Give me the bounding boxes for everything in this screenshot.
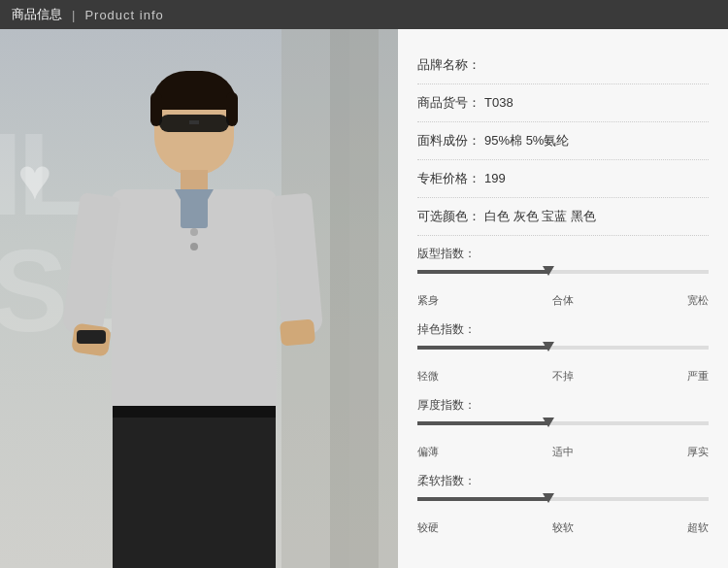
bar-labels-0: 紧身合体宽松 [417,293,709,308]
bar-labels-3: 较硬较软超软 [417,520,709,535]
bar-container-2 [417,418,709,439]
index-row-2: 厚度指数：偏薄适中厚实 [417,397,709,459]
bar-container-1 [417,342,709,363]
bar-labels-2: 偏薄适中厚实 [417,445,709,459]
bar-label-2-1: 适中 [552,445,574,459]
sku-row: 商品货号： T038 [417,84,709,122]
page-header: 商品信息 | Product info [0,0,728,29]
sku-value: T038 [484,95,513,110]
header-cn-label: 商品信息 [12,6,62,23]
colors-label: 可选颜色： [417,208,480,225]
bar-labels-1: 轻微不掉严重 [417,369,709,384]
bar-container-0 [417,266,709,287]
model-figure [0,29,398,568]
header-separator: | [72,8,75,22]
bar-label-3-1: 较软 [552,520,574,535]
price-row: 专柜价格： 199 [417,160,709,198]
bar-fill-2 [417,421,548,425]
bar-label-0-1: 合体 [552,293,574,308]
bar-label-0-0: 紧身 [417,293,439,308]
bar-label-1-0: 轻微 [417,369,439,384]
bar-label-2-2: 厚实 [687,445,709,459]
bar-fill-1 [417,346,548,350]
bar-fill-3 [417,497,548,501]
bar-container-3 [417,493,709,515]
product-image-area: IL SO ♥ [0,29,398,568]
brand-row: 品牌名称： [417,47,709,84]
bar-label-3-0: 较硬 [417,520,439,535]
bar-marker-2 [543,418,554,427]
bar-fill-0 [417,270,548,274]
index-label-3: 柔软指数： [417,473,709,489]
bar-marker-3 [543,493,554,503]
bar-label-3-2: 超软 [687,520,709,535]
bar-label-0-2: 宽松 [687,293,709,308]
bar-marker-0 [543,266,554,276]
index-label-1: 掉色指数： [417,321,709,338]
bar-label-1-2: 严重 [687,369,709,384]
info-panel: 品牌名称： 商品货号： T038 面料成份： 95%棉 5%氨纶 专柜价格： 1… [398,29,728,568]
sku-label: 商品货号： [417,94,480,112]
bar-marker-1 [543,342,554,351]
main-content: IL SO ♥ [0,29,728,568]
colors-row: 可选颜色： 白色 灰色 宝蓝 黑色 [417,198,709,236]
price-label: 专柜价格： [417,170,480,187]
index-section: 版型指数：紧身合体宽松掉色指数：轻微不掉严重厚度指数：偏薄适中厚实柔软指数：较硬… [417,246,709,535]
index-row-0: 版型指数：紧身合体宽松 [417,246,709,308]
index-label-2: 厚度指数： [417,397,709,414]
index-row-3: 柔软指数：较硬较软超软 [417,473,709,535]
index-row-1: 掉色指数：轻微不掉严重 [417,321,709,384]
bar-label-2-0: 偏薄 [417,445,439,459]
bar-label-1-1: 不掉 [552,369,574,384]
price-value: 199 [484,171,506,185]
colors-value: 白色 灰色 宝蓝 黑色 [484,208,596,225]
material-row: 面料成份： 95%棉 5%氨纶 [417,122,709,160]
material-value: 95%棉 5%氨纶 [484,132,569,150]
material-label: 面料成份： [417,132,480,150]
index-label-0: 版型指数： [417,246,709,262]
brand-label: 品牌名称： [417,56,480,74]
header-en-label: Product info [84,8,163,22]
